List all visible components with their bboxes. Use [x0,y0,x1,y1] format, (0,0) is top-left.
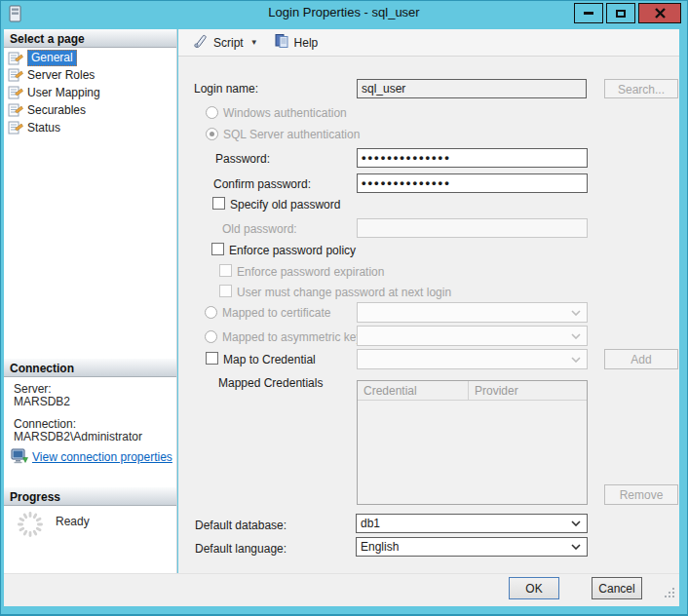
window-controls [574,3,681,23]
maximize-button[interactable] [606,3,635,23]
sql-authentication-radio[interactable] [206,128,218,140]
resize-grip[interactable] [665,585,675,602]
minimize-button[interactable] [574,3,603,23]
default-database-label: Default database: [195,519,287,532]
help-icon [274,33,289,52]
main-panel: Script ▼ Help Login name: sql_user Searc… [178,29,679,573]
sidebar-item-label: Status [27,121,60,135]
script-dropdown-icon[interactable]: ▼ [250,38,258,47]
mapped-credentials-label: Mapped Credentials [218,376,323,390]
must-change-password-checkbox[interactable] [219,285,232,297]
page-icon [8,85,23,99]
help-button[interactable]: Help [270,31,323,54]
login-name-label: Login name: [194,82,258,96]
connection-label: Connection: [14,417,76,431]
credential-combobox[interactable] [357,349,588,369]
page-icon [8,102,23,117]
old-password-label: Old password: [222,222,297,236]
mapped-to-asymmetric-key-label: Mapped to asymmetric key [222,330,362,344]
chevron-down-icon [571,357,581,363]
sidebar-item-label: User Mapping [27,86,100,99]
old-password-input[interactable] [357,218,588,238]
ok-button[interactable]: OK [509,577,559,599]
specify-old-password-label: Specify old password [230,198,340,212]
cancel-button[interactable]: Cancel [592,577,642,599]
sidebar-item-user-mapping[interactable]: User Mapping [8,84,100,100]
page-icon [8,67,23,82]
footer-bar: OK Cancel [4,573,679,606]
password-label: Password: [215,152,270,166]
enforce-password-policy-checkbox[interactable] [211,243,224,255]
windows-authentication-radio[interactable] [206,106,218,119]
windows-authentication-label: Windows authentication [223,106,347,120]
login-properties-window: Login Properties - sql_user Select a pag… [0,0,688,616]
sql-authentication-label: SQL Server authentication [223,128,360,141]
provider-column-header[interactable]: Provider [469,381,587,400]
script-button[interactable]: Script ▼ [187,31,262,54]
sidebar-item-label: Server Roles [27,68,95,82]
toolbar: Script ▼ Help [178,29,679,57]
sidebar-item-status[interactable]: Status [8,119,60,135]
close-button[interactable] [638,3,681,23]
titlebar[interactable]: Login Properties - sql_user [0,0,688,27]
enforce-password-expiration-label: Enforce password expiration [237,265,384,279]
server-label: Server: [14,382,52,396]
sidebar-item-securables[interactable]: Securables [8,101,86,118]
default-language-label: Default language: [195,542,287,556]
password-input[interactable]: •••••••••••••• [357,148,588,168]
connection-properties-icon [11,448,29,469]
sidebar-item-label: General [27,50,77,66]
enforce-password-expiration-checkbox[interactable] [219,264,232,277]
confirm-password-label: Confirm password: [213,177,311,191]
chevron-down-icon [571,333,581,339]
must-change-password-label: User must change password at next login [237,286,451,299]
password-dots: •••••••••••••• [362,150,451,165]
page-icon [8,51,23,65]
sidebar-item-label: Securables [27,103,86,117]
enforce-password-policy-label: Enforce password policy [229,244,356,257]
progress-status: Ready [56,515,90,528]
add-button[interactable]: Add [604,349,678,369]
table-header-row: Credential Provider [358,381,587,401]
confirm-password-dots: •••••••••••••• [362,175,451,190]
minimize-icon [584,12,593,15]
server-value: MARSDB2 [14,395,70,408]
mapped-credentials-table[interactable]: Credential Provider [357,380,588,505]
credential-column-header[interactable]: Credential [358,381,469,400]
connection-value: MARSDB2\Administrator [14,430,142,443]
default-language-combobox[interactable]: English [356,537,588,557]
maximize-icon [616,10,626,18]
map-to-credential-checkbox[interactable] [206,352,218,365]
mapped-to-certificate-label: Mapped to certificate [222,306,330,320]
progress-header: Progress [4,487,176,506]
help-label: Help [294,36,319,50]
map-to-credential-label: Map to Credential [223,353,316,366]
certificate-combobox[interactable] [357,302,588,323]
connection-header: Connection [4,359,176,377]
script-icon [191,33,209,52]
asymmetric-key-combobox[interactable] [357,326,588,346]
default-database-value: db1 [361,517,380,530]
chevron-down-icon [571,544,581,550]
default-language-value: English [361,540,399,554]
remove-button[interactable]: Remove [604,484,678,505]
chevron-down-icon [571,520,581,526]
mapped-to-asymmetric-key-radio[interactable] [205,330,217,343]
mapped-to-certificate-radio[interactable] [205,306,217,319]
progress-spinner-icon [15,509,46,544]
select-a-page-header: Select a page [4,29,176,48]
script-label: Script [213,36,244,50]
default-database-combobox[interactable]: db1 [356,514,588,533]
page-icon [8,120,23,135]
close-icon [655,8,666,19]
specify-old-password-checkbox[interactable] [212,197,225,210]
sidebar: Select a page General Server Roles User … [4,29,177,573]
sidebar-item-general[interactable]: General [8,50,77,66]
sidebar-item-server-roles[interactable]: Server Roles [8,66,95,83]
search-button[interactable]: Search... [604,79,678,98]
confirm-password-input[interactable]: •••••••••••••• [357,173,588,193]
chevron-down-icon [571,310,581,316]
login-name-input[interactable]: sql_user [357,79,587,98]
view-connection-properties-link[interactable]: View connection properties [32,450,172,464]
